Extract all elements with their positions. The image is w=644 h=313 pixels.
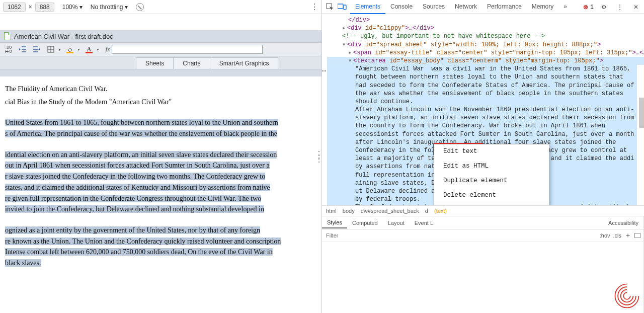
inspect-icon[interactable] (324, 1, 336, 13)
doc-heading-2: cial Bias in the Study of the Modern "Am… (5, 97, 316, 108)
dimension-separator: × (29, 4, 32, 11)
elements-dom-tree[interactable]: ⋯ </div> ▸<div id="clippy">…</div> <!-- … (322, 14, 644, 205)
document-icon (4, 32, 11, 40)
doc-selection: black slaves. (5, 259, 41, 267)
tabs-overflow[interactable]: » (558, 0, 572, 14)
tab-event-listeners[interactable]: Event L (410, 218, 438, 228)
crumb-text[interactable]: (text) (434, 208, 447, 214)
styles-area: Styles Computed Layout Event L Accessibi… (322, 216, 644, 313)
doc-selection: ognized as a joint entity by the governm… (5, 226, 260, 234)
fill-dropdown-icon[interactable]: ▼ (77, 48, 80, 51)
context-menu-item[interactable]: Delete element (434, 188, 549, 203)
tab-accessibility[interactable]: Accessibility (603, 218, 643, 228)
styles-tabbar: Styles Computed Layout Event L Accessibi… (322, 216, 643, 229)
rendered-page-pane: 1062 × 888 100% ▾ No throttling ▾ ⋮ Amer… (0, 0, 322, 313)
devtools-close-icon[interactable]: ✕ (630, 1, 642, 13)
document-title: American Civil War - first draft.doc (14, 33, 113, 40)
tab-console[interactable]: Console (385, 0, 418, 14)
devtools-tabbar: Elements Console Sources Network Perform… (322, 0, 644, 14)
devtools-pane: Elements Console Sources Network Perform… (322, 0, 644, 313)
dom-scrollbar[interactable] (639, 27, 644, 205)
context-menu-item[interactable]: Edit text (434, 144, 549, 159)
doc-heading-1: The Fluidity of American Civil War. (5, 84, 316, 95)
cls-toggle[interactable]: .cls (613, 232, 622, 239)
crumb[interactable]: body (343, 208, 355, 214)
dom-node[interactable]: ▸<span id="essay-title" class="center" s… (327, 49, 644, 57)
tab-memory[interactable]: Memory (527, 0, 558, 14)
viewport-width[interactable]: 1062 (3, 3, 26, 12)
dom-node-selected[interactable]: ▾<textarea id="essay_body" class="center… (327, 57, 644, 65)
devtools-menu-icon[interactable]: ⋮ (614, 1, 626, 13)
dom-gutter-ellipsis[interactable]: ⋯ (322, 66, 326, 76)
dom-node[interactable]: ▸<div id="clippy">…</div> (327, 24, 644, 32)
borders-dropdown-icon[interactable]: ▼ (58, 48, 61, 51)
doc-selection: s of America. The principal cause of the… (5, 130, 277, 137)
pane-splitter-handle[interactable]: ⋮⋮ (314, 152, 323, 161)
context-menu-item[interactable]: Copy (434, 205, 549, 206)
doc-selection: re given full representation in the Conf… (5, 195, 261, 202)
dom-node[interactable]: </div> (327, 16, 644, 24)
doc-selection: states, and it claimed the additional st… (5, 184, 270, 191)
svg-rect-2 (338, 4, 343, 9)
viewport-height[interactable]: 888 (35, 3, 54, 12)
crumb[interactable]: d (425, 208, 428, 214)
doc-selection: r slave states joined the Confederacy in… (5, 173, 265, 180)
dom-breadcrumbs[interactable]: html body div#spread_sheet_back d (text) (322, 205, 644, 216)
tab-smartart[interactable]: SmartArt Graphics (210, 57, 279, 69)
formula-label: fx (106, 46, 110, 53)
font-color-button[interactable]: A (84, 44, 95, 54)
document-page[interactable]: The Fluidity of American Civil War. cial… (0, 76, 321, 313)
indent-button[interactable] (31, 44, 42, 54)
tab-layout[interactable]: Layout (383, 218, 410, 228)
dom-node[interactable]: ▾<div id="spread_sheet" style="width: 10… (327, 41, 644, 49)
fill-color-button[interactable] (64, 44, 75, 54)
tab-elements[interactable]: Elements (350, 0, 385, 14)
crumb[interactable]: div#spread_sheet_back (361, 208, 419, 214)
tab-sources[interactable]: Sources (418, 0, 450, 14)
doc-selection: out in April 1861 when secessionist forc… (5, 162, 270, 169)
new-style-rule-icon[interactable]: ＋ (624, 231, 631, 240)
context-menu-separator (434, 204, 549, 204)
tab-charts[interactable]: Charts (173, 57, 210, 69)
doc-selection: re known as the Union. The Union and the… (5, 238, 281, 245)
doc-selection: invited to join the Confederacy, but Del… (5, 205, 264, 213)
doc-selection: United States from 1861 to 1865, fought … (5, 119, 278, 126)
svg-rect-3 (344, 5, 346, 10)
context-menu-item[interactable]: Edit as HTML (434, 159, 549, 174)
crumb[interactable]: html (326, 208, 337, 214)
throttling-select[interactable]: No throttling ▾ (91, 4, 128, 11)
doc-selection: idential election on an anti-slavery pla… (5, 151, 277, 159)
doc-tabbar: Sheets Charts SmartArt Graphics (0, 56, 321, 69)
document-app-window: American Civil War - first draft.doc .00… (0, 30, 321, 313)
borders-button[interactable] (45, 44, 56, 54)
tab-styles[interactable]: Styles (322, 217, 347, 228)
context-menu-item[interactable]: Duplicate element (434, 174, 549, 188)
device-toolbar-menu-icon[interactable]: ⋮ (310, 2, 318, 12)
context-menu: Edit textEdit as HTMLDuplicate elementDe… (434, 144, 549, 205)
document-toolbar: .00↦0 ▼ ▼ A ▼ fx (0, 42, 321, 56)
hov-toggle[interactable]: :hov (600, 232, 610, 239)
error-icon: ⊗ (583, 4, 588, 11)
brand-logo-icon (613, 282, 641, 310)
dom-comment[interactable]: <!-- ugly, but important to not have whi… (327, 32, 644, 40)
settings-gear-icon[interactable]: ⚙ (598, 1, 610, 13)
decrease-decimal-button[interactable]: .00↦0 (3, 44, 14, 54)
error-count: 1 (590, 4, 594, 11)
error-indicator[interactable]: ⊗ 1 (583, 4, 594, 11)
styles-filter-input[interactable] (322, 231, 600, 240)
toggle-computed-box-icon[interactable] (634, 233, 640, 238)
tab-computed[interactable]: Computed (347, 218, 383, 228)
outdent-button[interactable] (17, 44, 28, 54)
document-titlebar: American Civil War - first draft.doc (0, 30, 321, 42)
tab-network[interactable]: Network (450, 0, 482, 14)
doc-selection: Intense combat left between 620,000 and … (5, 248, 273, 256)
tab-performance[interactable]: Performance (482, 0, 527, 14)
device-toolbar: 1062 × 888 100% ▾ No throttling ▾ ⋮ (0, 0, 321, 14)
tab-sheets[interactable]: Sheets (136, 57, 174, 69)
font-color-dropdown-icon[interactable]: ▼ (96, 48, 100, 51)
no-override-icon[interactable] (136, 3, 144, 11)
device-toggle-icon[interactable] (336, 1, 348, 13)
zoom-select[interactable]: 100% ▾ (62, 4, 83, 11)
formula-input[interactable] (112, 45, 263, 54)
